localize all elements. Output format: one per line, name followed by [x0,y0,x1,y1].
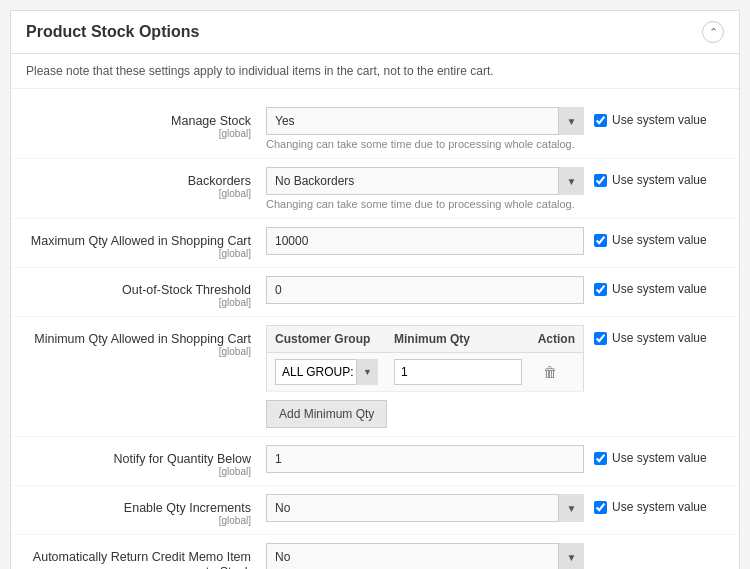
out-of-stock-input[interactable] [266,276,584,304]
notify-qty-system-col: Use system value [584,445,724,465]
backorders-hint: Changing can take some time due to proce… [266,198,584,210]
manage-stock-sub: [global] [26,128,251,139]
out-of-stock-row: Out-of-Stock Threshold [global] Use syst… [11,268,739,317]
auto-return-label-col: Automatically Return Credit Memo Item to… [26,543,266,569]
max-qty-label: Maximum Qty Allowed in Shopping Cart [31,234,251,248]
max-qty-control [266,227,584,255]
min-qty-label-col: Minimum Qty Allowed in Shopping Cart [gl… [26,325,266,357]
group-select[interactable]: ALL GROUP: [275,359,378,385]
auto-return-label: Automatically Return Credit Memo Item to… [33,550,251,569]
min-qty-system-label: Use system value [612,331,707,345]
max-qty-system-col: Use system value [584,227,724,247]
max-qty-system-checkbox[interactable] [594,234,607,247]
auto-return-select-wrapper: No Yes ▼ [266,543,584,569]
enable-qty-increments-select-wrapper: No Yes ▼ [266,494,584,522]
backorders-select[interactable]: No Backorders Allow Qty Below 0 Allow Qt… [266,167,584,195]
min-qty-control: Customer Group Minimum Qty Action ALL GR… [266,325,584,428]
manage-stock-system-checkbox[interactable] [594,114,607,127]
min-qty-value-input[interactable] [394,359,522,385]
notify-qty-label: Notify for Quantity Below [113,452,251,466]
out-of-stock-label-col: Out-of-Stock Threshold [global] [26,276,266,308]
add-min-qty-button[interactable]: Add Minimum Qty [266,400,387,428]
manage-stock-system-col: Use system value [584,107,724,127]
manage-stock-label-col: Manage Stock [global] [26,107,266,139]
manage-stock-label: Manage Stock [171,114,251,128]
min-qty-row: Minimum Qty Allowed in Shopping Cart [gl… [11,317,739,437]
out-of-stock-system-col: Use system value [584,276,724,296]
enable-qty-increments-select[interactable]: No Yes [266,494,584,522]
manage-stock-row: Manage Stock [global] Yes No ▼ Changing … [11,99,739,159]
col-header-group: Customer Group [267,326,387,353]
enable-qty-increments-system-checkbox[interactable] [594,501,607,514]
out-of-stock-system-label: Use system value [612,282,707,296]
enable-qty-increments-sub: [global] [26,515,251,526]
notify-qty-input[interactable] [266,445,584,473]
notify-qty-label-col: Notify for Quantity Below [global] [26,445,266,477]
backorders-control: No Backorders Allow Qty Below 0 Allow Qt… [266,167,584,210]
enable-qty-increments-label: Enable Qty Increments [124,501,251,515]
out-of-stock-label: Out-of-Stock Threshold [122,283,251,297]
out-of-stock-system-checkbox[interactable] [594,283,607,296]
min-qty-value-cell [386,353,530,392]
notify-qty-control [266,445,584,473]
backorders-label-col: Backorders [global] [26,167,266,199]
backorders-sub: [global] [26,188,251,199]
auto-return-system-col [584,543,724,549]
collapse-button[interactable]: ⌃ [702,21,724,43]
manage-stock-select-wrapper: Yes No ▼ [266,107,584,135]
out-of-stock-control [266,276,584,304]
auto-return-row: Automatically Return Credit Memo Item to… [11,535,739,569]
panel-title: Product Stock Options [26,23,199,41]
backorders-label: Backorders [188,174,251,188]
enable-qty-increments-system-label: Use system value [612,500,707,514]
manage-stock-control: Yes No ▼ Changing can take some time due… [266,107,584,150]
manage-stock-system-label: Use system value [612,113,707,127]
notify-qty-system-label: Use system value [612,451,707,465]
delete-min-qty-button[interactable]: 🗑 [538,362,562,382]
backorders-system-checkbox[interactable] [594,174,607,187]
manage-stock-hint: Changing can take some time due to proce… [266,138,584,150]
panel-header: Product Stock Options ⌃ [11,11,739,54]
backorders-system-label: Use system value [612,173,707,187]
min-qty-system-checkbox[interactable] [594,332,607,345]
enable-qty-increments-control: No Yes ▼ [266,494,584,522]
min-qty-table: Customer Group Minimum Qty Action ALL GR… [266,325,584,392]
form-body: Manage Stock [global] Yes No ▼ Changing … [11,89,739,569]
auto-return-select[interactable]: No Yes [266,543,584,569]
max-qty-input[interactable] [266,227,584,255]
min-qty-table-row: ALL GROUP: ▼ 🗑 [267,353,584,392]
backorders-select-wrapper: No Backorders Allow Qty Below 0 Allow Qt… [266,167,584,195]
min-qty-group-cell: ALL GROUP: ▼ [267,353,387,392]
col-header-qty: Minimum Qty [386,326,530,353]
notify-qty-sub: [global] [26,466,251,477]
enable-qty-increments-row: Enable Qty Increments [global] No Yes ▼ … [11,486,739,535]
product-stock-options-panel: Product Stock Options ⌃ Please note that… [10,10,740,569]
out-of-stock-sub: [global] [26,297,251,308]
backorders-system-col: Use system value [584,167,724,187]
max-qty-system-label: Use system value [612,233,707,247]
max-qty-label-col: Maximum Qty Allowed in Shopping Cart [gl… [26,227,266,259]
panel-note: Please note that these settings apply to… [11,54,739,89]
notify-qty-system-checkbox[interactable] [594,452,607,465]
max-qty-sub: [global] [26,248,251,259]
notify-qty-row: Notify for Quantity Below [global] Use s… [11,437,739,486]
col-header-action: Action [530,326,584,353]
auto-return-control: No Yes ▼ [266,543,584,569]
enable-qty-increments-label-col: Enable Qty Increments [global] [26,494,266,526]
manage-stock-select[interactable]: Yes No [266,107,584,135]
backorders-row: Backorders [global] No Backorders Allow … [11,159,739,219]
enable-qty-increments-system-col: Use system value [584,494,724,514]
group-select-wrapper: ALL GROUP: ▼ [275,359,378,385]
min-qty-label: Minimum Qty Allowed in Shopping Cart [34,332,251,346]
min-qty-action-cell: 🗑 [530,353,584,392]
max-qty-row: Maximum Qty Allowed in Shopping Cart [gl… [11,219,739,268]
min-qty-system-col: Use system value [584,325,724,345]
min-qty-sub: [global] [26,346,251,357]
